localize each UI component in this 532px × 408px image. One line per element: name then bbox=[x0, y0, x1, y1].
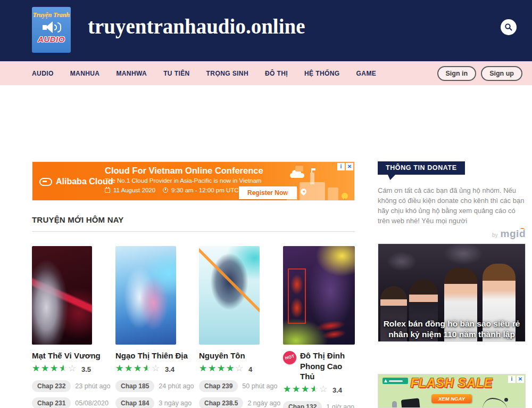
search-button[interactable] bbox=[501, 19, 517, 35]
chapter-pill[interactable]: Chap 238.5 bbox=[199, 397, 243, 408]
comic-title[interactable]: Nguyên Tôn bbox=[199, 350, 260, 361]
star-icon: ☆★ bbox=[152, 364, 161, 373]
hot-badge: HOT bbox=[283, 351, 296, 364]
rating-stars: ☆★☆★☆★☆★☆★ bbox=[283, 385, 328, 396]
donate-heading-tail bbox=[387, 174, 396, 180]
donate-heading: THÔNG TIN DONATE bbox=[378, 161, 465, 175]
comic-title[interactable]: Mạt Thế Vi Vương bbox=[32, 350, 92, 361]
nav-item-audio[interactable]: AUDIO bbox=[32, 70, 54, 77]
star-icon: ☆★ bbox=[115, 364, 124, 373]
chapter-pill[interactable]: Chap 132 bbox=[283, 401, 322, 408]
calendar-icon bbox=[105, 188, 110, 193]
sign-in-button[interactable]: Sign in bbox=[437, 66, 477, 81]
rating-stars: ☆★☆★☆★☆★☆★ bbox=[115, 364, 161, 375]
mgid-by-label: by bbox=[492, 232, 498, 238]
nav-item-tu-tien[interactable]: TU TIÊN bbox=[163, 70, 189, 77]
tree-icon bbox=[342, 193, 348, 199]
nav-item-do-thi[interactable]: ĐÔ THỊ bbox=[265, 70, 288, 77]
chapter-time: 1 giờ ago bbox=[326, 403, 354, 408]
rating-value: 3.4 bbox=[165, 365, 174, 373]
nav-item-he-thong[interactable]: HỆ THỐNG bbox=[304, 70, 340, 77]
nav-item-manhwa[interactable]: MANHWA bbox=[116, 70, 147, 77]
rating-row: ☆★☆★☆★☆★☆★ 3.4 bbox=[115, 364, 176, 375]
star-icon: ☆★ bbox=[59, 364, 68, 373]
nav-item-game[interactable]: GAME bbox=[356, 70, 377, 77]
nav-items: AUDIO MANHUA MANHWA TU TIÊN TRỌNG SINH Đ… bbox=[32, 61, 376, 85]
cityscape-illustration bbox=[287, 172, 348, 200]
comic-title[interactable]: HOT Đô Thị Đỉnh Phong Cao Thủ bbox=[283, 350, 355, 382]
chapter-row: Chap 231 05/08/2020 bbox=[32, 397, 92, 408]
sponsored-photo-ad[interactable]: Rolex bán đồng hồ bản sao siêu rẻ nhân k… bbox=[378, 243, 526, 342]
close-icon[interactable]: ✕ bbox=[346, 163, 353, 170]
rating-stars: ☆★☆★☆★☆★☆★ bbox=[32, 364, 77, 375]
ad-choices: i ✕ bbox=[337, 163, 353, 170]
auth-buttons: Sign in Sign up bbox=[437, 66, 523, 81]
chapter-row: Chap 184 3 ngày ago bbox=[115, 397, 176, 408]
star-icon: ☆★ bbox=[283, 385, 292, 394]
search-icon bbox=[504, 23, 513, 31]
chapter-pill[interactable]: Chap 185 bbox=[115, 380, 154, 392]
donate-text: Cám ơn tất cả các bạn đã ủng hộ nhóm. Nế… bbox=[378, 185, 527, 226]
chapter-row: Chap 238.5 2 ngày ago bbox=[199, 397, 260, 408]
star-icon: ☆★ bbox=[301, 385, 310, 394]
rating-value: 3.5 bbox=[81, 365, 91, 373]
ad-title: Cloud For Vietnam Online Conference bbox=[105, 166, 263, 176]
star-icon: ☆★ bbox=[292, 385, 301, 394]
star-icon: ☆★ bbox=[319, 385, 328, 394]
chapter-time: 3 ngày ago bbox=[159, 399, 192, 407]
comic-cover[interactable] bbox=[115, 246, 176, 345]
page: Truyện Tranh AUDIO truyentranhaudio.onli… bbox=[0, 0, 532, 408]
section-divider bbox=[32, 231, 355, 232]
rating-row: ☆★☆★☆★☆★☆★ 4 bbox=[199, 364, 260, 375]
chapter-row: Chap 239 50 phút ago bbox=[199, 380, 260, 392]
ad-subtitle: The No.1 Cloud Provider in Asia-Pacific … bbox=[105, 177, 263, 184]
xem-ngay-button[interactable]: XEM NGAY bbox=[431, 394, 472, 403]
alibaba-ad-banner[interactable]: Alibaba Cloud Cloud For Vietnam Online C… bbox=[32, 161, 355, 201]
chapter-time: 24 phút ago bbox=[159, 382, 194, 390]
red-seal-decoration bbox=[288, 268, 306, 324]
comic-cover[interactable] bbox=[32, 246, 92, 345]
close-icon[interactable]: ✕ bbox=[517, 376, 524, 383]
chapter-time: 23 phút ago bbox=[75, 382, 110, 390]
chapter-time: 2 ngày ago bbox=[247, 399, 280, 407]
sign-up-button[interactable]: Sign up bbox=[481, 66, 522, 81]
red-calligraphy-decoration bbox=[310, 317, 353, 343]
comic-card: HOT Đô Thị Đỉnh Phong Cao Thủ ☆★☆★☆★☆★☆★… bbox=[283, 246, 355, 408]
section-title: TRUYỆN MỚI HÔM NAY bbox=[32, 215, 124, 224]
nav-item-manhua[interactable]: MANHUA bbox=[70, 70, 100, 77]
comic-title[interactable]: Ngạo Thị Thiên Địa bbox=[115, 350, 176, 361]
comic-card: Ngạo Thị Thiên Địa ☆★☆★☆★☆★☆★ 3.4 Chap 1… bbox=[115, 246, 176, 408]
comic-cover[interactable] bbox=[283, 246, 355, 345]
mgid-attribution[interactable]: by mgid bbox=[492, 228, 526, 240]
chapter-pill[interactable]: Chap 184 bbox=[115, 397, 154, 408]
comic-cover[interactable] bbox=[199, 246, 260, 345]
header: Truyện Tranh AUDIO truyentranhaudio.onli… bbox=[0, 0, 532, 61]
rating-stars: ☆★☆★☆★☆★☆★ bbox=[199, 364, 244, 375]
site-title[interactable]: truyentranhaudio.online bbox=[88, 14, 305, 38]
alibaba-logo: Alibaba Cloud bbox=[39, 177, 113, 186]
star-icon: ☆★ bbox=[226, 364, 235, 373]
site-logo[interactable]: Truyện Tranh AUDIO bbox=[32, 7, 71, 53]
chapter-row: Chap 185 24 phút ago bbox=[115, 380, 176, 392]
star-icon: ☆★ bbox=[134, 364, 143, 373]
star-icon: ☆★ bbox=[50, 364, 59, 373]
lamp-product-image bbox=[483, 398, 507, 408]
ad-choices: i ✕ bbox=[508, 376, 524, 383]
nav-item-trong-sinh[interactable]: TRỌNG SINH bbox=[206, 70, 248, 77]
flash-sale-ad[interactable]: FLASH SALE XEM NGAY i ✕ bbox=[378, 374, 526, 408]
chapter-pill[interactable]: Chap 232 bbox=[32, 380, 71, 392]
flash-sale-title: FLASH SALE bbox=[378, 376, 525, 390]
star-icon: ☆★ bbox=[208, 364, 217, 373]
star-icon: ☆★ bbox=[217, 364, 226, 373]
info-icon[interactable]: i bbox=[337, 163, 345, 170]
chapter-pill[interactable]: Chap 231 bbox=[32, 397, 71, 408]
comic-card: Nguyên Tôn ☆★☆★☆★☆★☆★ 4 Chap 239 50 phút… bbox=[199, 246, 260, 408]
main-nav: AUDIO MANHUA MANHWA TU TIÊN TRỌNG SINH Đ… bbox=[0, 61, 532, 85]
star-icon: ☆★ bbox=[235, 364, 244, 373]
star-icon: ☆★ bbox=[41, 364, 50, 373]
star-icon: ☆★ bbox=[143, 364, 152, 373]
chapter-pill[interactable]: Chap 239 bbox=[199, 380, 238, 392]
info-icon[interactable]: i bbox=[508, 376, 516, 383]
sponsored-ad-caption[interactable]: Rolex bán đồng hồ bản sao siêu rẻ nhân k… bbox=[378, 319, 525, 339]
rating-row: ☆★☆★☆★☆★☆★ 3.4 bbox=[283, 385, 355, 396]
